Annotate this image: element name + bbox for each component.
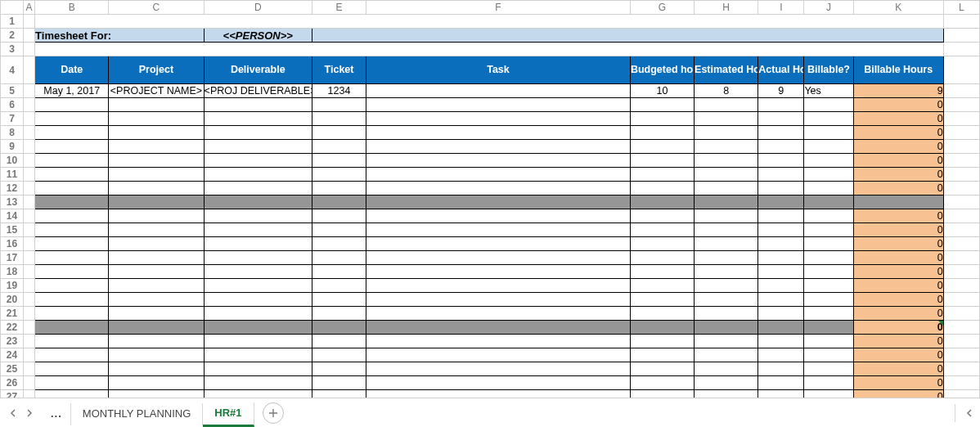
ticket-cell[interactable] — [312, 335, 366, 348]
cell-L19[interactable] — [943, 279, 979, 293]
budgeted-cell[interactable]: 10 — [630, 84, 694, 98]
cell-L10[interactable] — [943, 154, 979, 168]
actual-cell[interactable] — [758, 279, 804, 293]
ticket-cell[interactable] — [312, 307, 366, 321]
estimated-cell[interactable] — [695, 279, 758, 293]
estimated-cell[interactable] — [695, 140, 758, 154]
sep-cell[interactable] — [758, 196, 804, 209]
cell-A14[interactable] — [24, 209, 35, 223]
budgeted-cell[interactable] — [630, 112, 694, 126]
hdr-task[interactable]: Task — [366, 56, 631, 84]
row-header-15[interactable]: 15 — [1, 223, 24, 237]
actual-cell[interactable] — [758, 140, 804, 154]
cell-L21[interactable] — [943, 307, 979, 321]
cell-blank-3[interactable] — [35, 43, 944, 56]
ticket-cell[interactable] — [312, 265, 366, 279]
cell-A5[interactable] — [24, 84, 35, 98]
cell-L4[interactable] — [943, 56, 979, 84]
cell-A1[interactable] — [24, 15, 35, 29]
ticket-cell[interactable] — [312, 376, 366, 390]
billable-hours-cell[interactable]: 0 — [853, 140, 943, 154]
row-header-22[interactable]: 22 — [1, 321, 24, 335]
row-header-19[interactable]: 19 — [1, 279, 24, 293]
sep-cell[interactable] — [804, 321, 853, 335]
date-cell[interactable] — [35, 237, 109, 251]
task-cell[interactable] — [366, 182, 631, 196]
sep-cell[interactable] — [312, 196, 366, 209]
project-cell[interactable] — [109, 251, 204, 265]
cell-L5[interactable] — [943, 84, 979, 98]
actual-cell[interactable] — [758, 182, 804, 196]
row-header-24[interactable]: 24 — [1, 348, 24, 362]
billable-hours-cell[interactable]: 0 — [853, 265, 943, 279]
project-cell[interactable] — [109, 348, 204, 362]
project-cell[interactable] — [109, 112, 204, 126]
row-header-14[interactable]: 14 — [1, 209, 24, 223]
estimated-cell[interactable] — [695, 307, 758, 321]
cell-A4[interactable] — [24, 56, 35, 84]
cell-A9[interactable] — [24, 140, 35, 154]
task-cell[interactable] — [366, 98, 631, 112]
cell-A19[interactable] — [24, 279, 35, 293]
billableq-cell[interactable]: Yes — [804, 84, 853, 98]
actual-cell[interactable] — [758, 362, 804, 376]
budgeted-cell[interactable] — [630, 154, 694, 168]
billableq-cell[interactable] — [804, 293, 853, 307]
cell-A23[interactable] — [24, 335, 35, 348]
titlebar-rest[interactable] — [312, 29, 943, 43]
project-cell[interactable] — [109, 293, 204, 307]
hscroll-left-icon[interactable] — [964, 407, 975, 419]
actual-cell[interactable] — [758, 307, 804, 321]
deliverable-cell[interactable] — [204, 362, 312, 376]
row-header-10[interactable]: 10 — [1, 154, 24, 168]
actual-cell[interactable] — [758, 237, 804, 251]
col-J[interactable]: J — [804, 1, 853, 15]
row-header-7[interactable]: 7 — [1, 112, 24, 126]
ticket-cell[interactable] — [312, 209, 366, 223]
billable-hours-cell[interactable]: 0 — [853, 209, 943, 223]
row-header-12[interactable]: 12 — [1, 182, 24, 196]
billableq-cell[interactable] — [804, 335, 853, 348]
ticket-cell[interactable] — [312, 168, 366, 182]
sep-cell[interactable] — [366, 321, 631, 335]
hdr-budgeted[interactable]: Budgeted hours — [630, 56, 694, 84]
billable-hours-cell[interactable]: 0 — [853, 293, 943, 307]
hdr-deliverable[interactable]: Deliverable — [204, 56, 312, 84]
date-cell[interactable] — [35, 112, 109, 126]
cell-A24[interactable] — [24, 348, 35, 362]
cell-L17[interactable] — [943, 251, 979, 265]
budgeted-cell[interactable] — [630, 265, 694, 279]
estimated-cell[interactable] — [695, 265, 758, 279]
task-cell[interactable] — [366, 126, 631, 140]
ticket-cell[interactable] — [312, 279, 366, 293]
cell-L26[interactable] — [943, 376, 979, 390]
deliverable-cell[interactable] — [204, 279, 312, 293]
project-cell[interactable]: <PROJECT NAME> — [109, 84, 204, 98]
billable-hours-cell[interactable]: 0 — [853, 348, 943, 362]
project-cell[interactable] — [109, 182, 204, 196]
cell-L8[interactable] — [943, 126, 979, 140]
cell-L24[interactable] — [943, 348, 979, 362]
cell-A25[interactable] — [24, 362, 35, 376]
billable-hours-cell[interactable]: 0 — [853, 182, 943, 196]
billable-hours-cell[interactable]: 0 — [853, 362, 943, 376]
estimated-cell[interactable] — [695, 237, 758, 251]
deliverable-cell[interactable] — [204, 182, 312, 196]
cell-L2[interactable] — [943, 29, 979, 43]
project-cell[interactable] — [109, 335, 204, 348]
task-cell[interactable] — [366, 112, 631, 126]
estimated-cell[interactable] — [695, 251, 758, 265]
date-cell[interactable] — [35, 348, 109, 362]
task-cell[interactable] — [366, 251, 631, 265]
date-cell[interactable] — [35, 223, 109, 237]
billable-hours-cell[interactable]: 0 — [853, 376, 943, 390]
sep-cell[interactable] — [35, 321, 109, 335]
row-header-3[interactable]: 3 — [1, 43, 24, 56]
cell-A3[interactable] — [24, 43, 35, 56]
row-header-4[interactable]: 4 — [1, 56, 24, 84]
budgeted-cell[interactable] — [630, 182, 694, 196]
ticket-cell[interactable] — [312, 154, 366, 168]
row-header-5[interactable]: 5 — [1, 84, 24, 98]
cell-A26[interactable] — [24, 376, 35, 390]
estimated-cell[interactable] — [695, 112, 758, 126]
